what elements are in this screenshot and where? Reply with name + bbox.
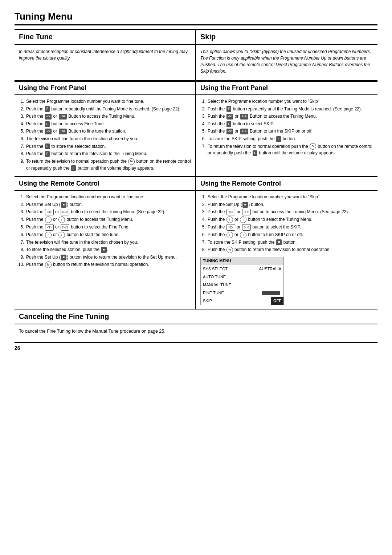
list-item: Push the ↑ or ↓ button to select the Tun… xyxy=(207,216,373,223)
setup-button-icon-r1: ■ xyxy=(242,202,248,208)
f-button-icon-r4: F xyxy=(253,150,258,156)
up-arrow-icon-r2: ↑ xyxy=(226,232,233,238)
remote-left-steps: Select the Programme location number you… xyxy=(19,194,191,268)
fine-tune-bar xyxy=(262,291,280,295)
front-panel-left-header: Using the Front Panel xyxy=(15,81,195,95)
skip-header: Skip xyxy=(196,30,377,45)
menu-fine-value xyxy=(258,289,283,297)
list-item: Select the Programme location number you… xyxy=(207,194,373,200)
list-item: To store the SKIP setting, push the ■ bu… xyxy=(207,239,373,246)
list-item: Push the F button to access Fine Tune. xyxy=(25,121,191,127)
remote-right-header: Using the Remote Control xyxy=(196,177,377,191)
list-item: Push the Set Up (■) button. xyxy=(25,201,191,208)
remote-right-steps: Select the Programme location number you… xyxy=(200,194,373,253)
menu-display: TUNING MENU SYS SELECT AUSTRALIA AUTO TU… xyxy=(200,257,284,305)
menu-row-manual: MANUAL TUNE xyxy=(201,281,283,289)
f-button-icon: F xyxy=(45,106,50,112)
fine-tune-header: Fine Tune xyxy=(15,30,195,45)
list-item: Push the F button repeatedly until the T… xyxy=(25,106,191,113)
list-item: Push the Set Up (■) button. xyxy=(207,201,373,208)
f-button-icon-r2: F xyxy=(226,121,232,127)
list-item: Push the F button to select SKIP. xyxy=(207,121,373,127)
tv-button-icon-r2: tv xyxy=(226,247,233,253)
list-item: Push the ◁▷ or ▷◁ button to access the T… xyxy=(207,208,373,215)
list-item: Select the Programme location number you… xyxy=(25,98,191,105)
down-arrow-icon-r2: ↓ xyxy=(240,232,246,238)
f-button-icon3: F xyxy=(45,143,50,149)
front-panel-left-steps: Select the Programme location number you… xyxy=(19,98,191,171)
menu-auto-value xyxy=(279,273,283,281)
right-arrow-icon: ▷◁ xyxy=(61,209,69,215)
menu-row-fine: FINE TUNE xyxy=(201,289,283,297)
tv-button-icon: tv xyxy=(128,158,135,165)
menu-fine-label: FINE TUNE xyxy=(201,289,258,297)
list-item: Push the -/v or +/A Button to turn the S… xyxy=(207,128,373,135)
tv-button-icon2: tv xyxy=(45,262,52,268)
right-arrow-icon2: ▷◁ xyxy=(61,224,69,231)
down-arrow-icon2: ↓ xyxy=(58,232,65,238)
list-item: To store the selected station, push the … xyxy=(25,246,191,253)
menu-auto-label: AUTO TUNE xyxy=(201,273,279,281)
canceling-section: Canceling the Fine Tuning To cancel the … xyxy=(15,309,377,339)
up-arrow-icon2: ↑ xyxy=(45,232,52,238)
front-panel-right-header: Using the Front Panel xyxy=(196,81,377,95)
list-item: The television will fine tune in the dir… xyxy=(25,239,191,246)
f-button-icon-r3: F xyxy=(276,136,281,142)
plus-a-button-icon-r1: +/A xyxy=(240,114,248,119)
up-arrow-icon: ↑ xyxy=(45,216,52,223)
setup-button-icon2: ■ xyxy=(61,255,66,260)
minus-v-button-icon-r2: -/v xyxy=(226,129,233,134)
menu-sys-value: AUSTRALIA xyxy=(257,265,283,273)
setup-button-icon: ■ xyxy=(61,202,66,208)
menu-manual-label: MANUAL TUNE xyxy=(201,281,279,289)
canceling-header: Canceling the Fine Tuning xyxy=(15,309,377,324)
list-item: Push the tv button to return the televis… xyxy=(25,261,191,268)
right-arrow-icon-r2: ▷◁ xyxy=(242,224,251,231)
plus-a-button-icon: +/A xyxy=(59,114,67,119)
f-button-icon2: F xyxy=(45,121,50,127)
right-arrow-icon-r1: ▷◁ xyxy=(242,209,251,215)
menu-row-skip: SKIP OFF xyxy=(201,297,283,305)
canceling-body: To cancel the Fine Tuning follow the Man… xyxy=(19,329,166,334)
menu-sys-label: SYS SELECT xyxy=(201,265,257,273)
page-title: Tuning Menu xyxy=(15,11,377,25)
list-item: Push the ◁▷ or ▷◁ button to select the T… xyxy=(25,208,191,215)
down-arrow-icon: ↓ xyxy=(58,216,65,223)
list-item: Push the ↑ or ↓ button to start the fine… xyxy=(25,231,191,238)
menu-skip-label: SKIP xyxy=(201,297,271,305)
f-button-icon5: F xyxy=(71,165,76,171)
tv-button-icon-r1: tv xyxy=(310,143,316,150)
store-button-icon-r1: ■ xyxy=(276,239,282,245)
minus-v-button-icon: -/v xyxy=(45,114,52,119)
left-arrow-icon2: ◁▷ xyxy=(45,224,54,231)
list-item: To store the SKIP setting, push the F bu… xyxy=(207,135,373,142)
f-button-icon-r1: F xyxy=(226,106,232,112)
fine-tune-intro: In areas of poor reception or constant i… xyxy=(19,48,191,61)
page-number: 26 xyxy=(15,342,377,351)
list-item: Push the ◁▷ or ▷◁ button to select the S… xyxy=(207,224,373,231)
menu-title: TUNING MENU xyxy=(201,257,283,265)
remote-left-header: Using the Remote Control xyxy=(15,177,195,191)
list-item: Push the F button to return the televisi… xyxy=(25,150,191,157)
down-arrow-icon-r1: ↓ xyxy=(240,216,246,223)
list-item: Push the F to store the selected station… xyxy=(25,143,191,150)
list-item: Push the F button repeatedly until the T… xyxy=(207,106,373,113)
left-arrow-icon-r1: ◁▷ xyxy=(226,209,235,215)
store-button-icon: ■ xyxy=(101,247,106,253)
menu-row-auto: AUTO TUNE xyxy=(201,273,283,281)
left-arrow-icon: ◁▷ xyxy=(45,209,54,215)
list-item: Push the tv button to return the televis… xyxy=(207,246,373,253)
menu-row-sys: SYS SELECT AUSTRALIA xyxy=(201,265,283,273)
left-arrow-icon-r2: ◁▷ xyxy=(226,224,235,231)
up-arrow-icon-r1: ↑ xyxy=(226,216,233,223)
plus-a-button-icon-r2: +/A xyxy=(240,129,248,134)
menu-skip-value: OFF xyxy=(271,297,283,305)
list-item: Push the ◁▷ or ▷◁ button to select the F… xyxy=(25,224,191,231)
list-item: Push the ↑ or ↓ button to turn SKIP on o… xyxy=(207,231,373,238)
minus-v-button-icon-r1: -/v xyxy=(226,114,233,119)
front-panel-right-steps: Select the Programme location number you… xyxy=(200,98,373,157)
list-item: Select the Programme location number you… xyxy=(207,98,373,105)
list-item: Push the -/v or +/A Button to access the… xyxy=(207,113,373,120)
list-item: The television will fine tune in the dir… xyxy=(25,135,191,142)
list-item: Select the Programme location number you… xyxy=(25,194,191,200)
